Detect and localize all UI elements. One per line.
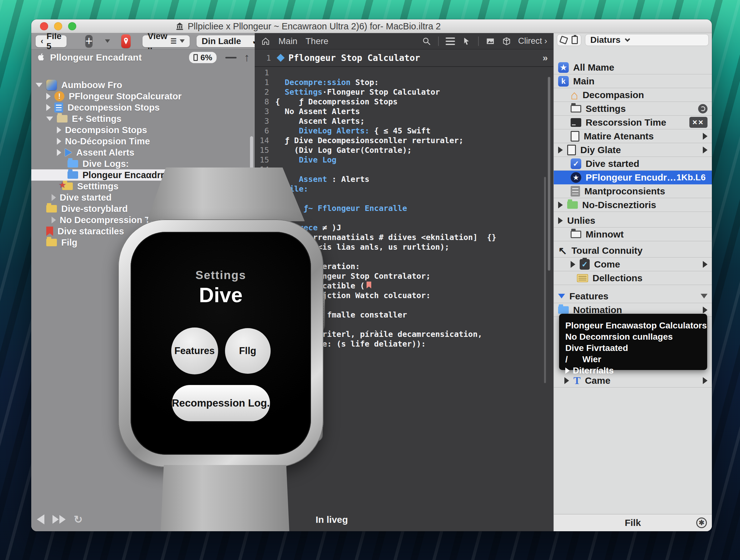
search-icon[interactable] (422, 36, 431, 46)
inspector-segmented-control[interactable] (557, 34, 581, 46)
disclosure-triangle-icon[interactable] (46, 116, 53, 121)
reload-icon[interactable]: ↻ (74, 513, 83, 526)
navigator-item[interactable]: Decompsion Stops (31, 124, 255, 135)
code-line[interactable]: 1 File: (255, 184, 553, 194)
inspector-row[interactable]: No-Discneztioris (554, 198, 712, 212)
inspector-row[interactable]: Matire Atenants (554, 129, 712, 143)
popup-menu-item[interactable]: No Decomrsion cunllages (565, 331, 707, 343)
disclosure-triangle-icon[interactable] (558, 147, 563, 154)
inspector-row[interactable]: Dellections (554, 271, 712, 285)
lines-menu-icon[interactable] (446, 37, 455, 45)
disclosure-triangle-icon[interactable] (35, 83, 42, 87)
inspector-row[interactable]: ✓Dive started (554, 157, 712, 171)
disclosure-triangle-icon[interactable] (46, 104, 51, 111)
minus-icon[interactable] (225, 57, 237, 59)
popup-menu-item[interactable]: Diterríalts (565, 365, 707, 376)
editor-scrollbar-secondary[interactable] (544, 177, 546, 383)
inspector-row[interactable]: kMain (554, 74, 712, 88)
chevron-right-icon[interactable] (703, 377, 708, 384)
view-button[interactable]: View .. ☰ (143, 35, 190, 47)
disclosure-triangle-icon[interactable] (52, 194, 56, 201)
disclosure-triangle-icon[interactable] (558, 294, 565, 298)
navigator-item[interactable]: !PFlongeur StopCalcurator (31, 91, 255, 102)
home-icon[interactable] (261, 36, 270, 46)
disclosure-triangle-icon[interactable] (57, 149, 61, 156)
code-line[interactable]: 15 Dive Log (255, 155, 553, 165)
inspector-row[interactable]: Features (554, 289, 712, 303)
navigator-item[interactable]: No-Décopsion Time (31, 135, 255, 147)
popup-menu-item[interactable]: Plongeur Encawastop Calculators (565, 320, 707, 331)
disclosure-triangle-icon[interactable] (558, 217, 563, 224)
inspector-row[interactable]: Unlies (554, 214, 712, 227)
inspector-row[interactable]: Mantproconsients (554, 184, 712, 198)
diaturs-dropdown[interactable]: Diaturs (585, 34, 709, 46)
code-line[interactable]: 7 Assent : Alerts (255, 174, 553, 184)
code-line[interactable]: 7 ƒ (255, 194, 553, 203)
chevron-right-icon[interactable] (703, 261, 708, 268)
disclosure-triangle-icon[interactable] (564, 377, 569, 384)
code-line[interactable]: 2 Settings·Flongeur Stop Calculator (255, 87, 553, 97)
line-number: 8 (255, 97, 271, 106)
navigator-item[interactable]: Assent Alerts (31, 147, 255, 158)
cursor-arrow-icon[interactable] (462, 36, 471, 46)
chevron-left-icon: ‹ (40, 36, 43, 46)
add-button[interactable]: + (85, 35, 92, 48)
cube-icon[interactable] (502, 36, 511, 46)
inspector-row[interactable]: Rescorssion Time×× (554, 116, 712, 129)
popup-menu-item[interactable]: / Wier (565, 354, 707, 365)
inspector-row[interactable]: Setttings (554, 102, 712, 116)
watch-recompression-log-button[interactable]: Recompession Log. (172, 385, 270, 421)
chevron-right-icon[interactable] (703, 147, 708, 154)
breadcrumb-there[interactable]: There (306, 36, 329, 46)
inspector-row[interactable]: ★PFlongeur Encudrant1Kb.L6 (554, 171, 712, 184)
navigator-item[interactable]: Decompession Stops (31, 102, 255, 113)
code-line[interactable]: 1 (255, 68, 553, 78)
disclosure-triangle-icon[interactable] (57, 138, 61, 145)
pinned-declaration-row[interactable]: 1 Pflongeur Stop Calculator » (255, 50, 553, 67)
editor-scrollbar[interactable] (548, 77, 550, 271)
dropdown-caret-icon[interactable] (105, 39, 110, 43)
inspector-row[interactable]: ✓Come (554, 258, 712, 271)
code-line[interactable]: 15 (Div Log Gater(Contrale); (255, 145, 553, 155)
inspector-row[interactable]: ↖Toural Connuity (554, 244, 712, 258)
disclosure-triangle-icon[interactable] (57, 126, 61, 133)
disclosure-triangle-icon[interactable] (571, 261, 575, 268)
code-line[interactable]: 14 ƒ Dive Decompesionsconller rerturaler… (255, 135, 553, 145)
photo-icon[interactable] (486, 36, 495, 46)
breadcrumb-main[interactable]: Main (278, 36, 297, 46)
disclosure-triangle-icon[interactable] (558, 202, 563, 208)
asterisk-circle-icon[interactable]: ✱ (696, 518, 707, 528)
back-file-button[interactable]: ‹ File 5 (35, 35, 67, 47)
inspector-row[interactable]: ★All Mame (554, 61, 712, 74)
back-arrow-icon[interactable] (37, 515, 44, 525)
up-arrow-icon[interactable]: ↑ (244, 51, 250, 64)
code-line[interactable]: 3 Ascent Alerts; (255, 116, 553, 126)
code-line[interactable]: 14 (255, 165, 553, 174)
inspector-row[interactable]: Diy Glate (554, 143, 712, 157)
watch-fllg-button[interactable]: Fllg (225, 328, 271, 374)
bookmark-icon[interactable] (367, 282, 371, 288)
folder-icon (558, 306, 569, 314)
zoom-badge[interactable]: 6% (189, 52, 216, 63)
popup-menu-item[interactable]: Dive Fivrtaated (565, 343, 707, 354)
disclosure-triangle-icon[interactable] (46, 93, 51, 100)
more-chevrons-icon[interactable]: » (543, 53, 548, 63)
code-line[interactable]: 6 DiveLog Alerts: { ≤ 45 Swift (255, 126, 553, 135)
chevron-right-icon[interactable] (703, 306, 708, 313)
inspector-row[interactable]: Minnowt (554, 227, 712, 241)
inspector-row[interactable]: ⌂Decompasion (554, 88, 712, 102)
navigator-item[interactable]: E+ Settings (31, 113, 255, 124)
code-line[interactable]: 1 Decompre:ssion Stop: (255, 78, 553, 87)
watch-features-button[interactable]: Features (171, 328, 218, 374)
clirect-label[interactable]: Clirect › (518, 36, 547, 46)
code-line[interactable]: 3 No Assent Alerts (255, 107, 553, 116)
close-badges[interactable]: ×× (689, 117, 708, 128)
editor-toolbar-icons: Clirect › (422, 36, 547, 46)
chevron-down-icon[interactable] (701, 294, 708, 298)
disclosure-triangle-icon[interactable] (52, 216, 56, 223)
chevron-right-icon[interactable] (703, 133, 708, 140)
code-line[interactable]: 8{ ƒ Decompression Stops (255, 97, 553, 107)
navigator-item[interactable]: Aumboow Fro (31, 79, 255, 91)
forward-arrows-icon[interactable] (53, 515, 66, 524)
red-pin-button[interactable] (121, 34, 130, 48)
